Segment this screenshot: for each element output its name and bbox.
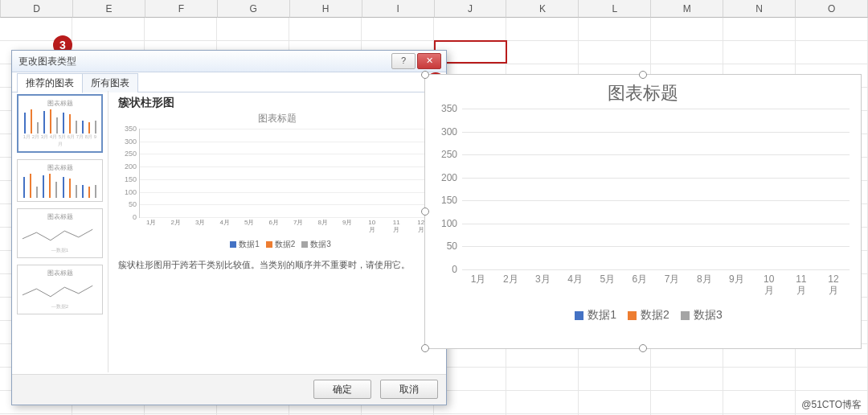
column-header-F[interactable]: F [145,0,218,18]
chart-thumb-1[interactable]: 图表标题 [17,159,103,202]
dialog-close-button[interactable]: ✕ [417,53,441,69]
embedded-chart[interactable]: 图表标题 050100150200250300350 1月2月3月4月5月6月7… [424,74,862,349]
chart-thumb-2[interactable]: 图表标题—数据1 [17,208,103,258]
column-header-L[interactable]: L [579,0,651,18]
column-header-E[interactable]: E [73,0,145,18]
resize-handle-w[interactable] [421,208,429,216]
preview-chart: 图表标题 050100150200250300350 1月2月3月4月5月6月7… [118,112,436,250]
dialog-titlebar[interactable]: 更改图表类型 ? ✕ [12,51,446,72]
column-header-row: DEFGHIJKLMNO [0,0,868,18]
chart-type-description: 簇状柱形图用于跨若干类别比较值。当类别的顺序并不重要时，请使用它。 [118,258,436,272]
chart-thumb-3[interactable]: 图表标题—数据2 [17,265,103,314]
dialog-footer: 确定 取消 [12,374,446,405]
resize-handle-n[interactable] [639,71,647,79]
column-header-J[interactable]: J [435,0,507,18]
chart-thumbnails: 图表标题1月 2月 3月 4月 5月 6月 7月 8月 9月图表标题图表标题—数… [12,91,108,372]
preview-chart-title: 图表标题 [118,112,436,125]
dialog-help-button[interactable]: ? [391,53,416,69]
preview-chart-legend: 数据1数据2数据3 [118,239,436,250]
column-header-G[interactable]: G [218,0,290,18]
column-header-K[interactable]: K [506,0,579,18]
tab-all-charts[interactable]: 所有图表 [82,73,138,92]
chart-legend[interactable]: 数据1数据2数据3 [425,308,861,323]
ok-button[interactable]: 确定 [313,380,371,399]
column-header-O[interactable]: O [796,0,868,18]
column-header-D[interactable]: D [0,0,73,18]
column-header-M[interactable]: M [651,0,723,18]
column-header-N[interactable]: N [723,0,796,18]
resize-handle-s[interactable] [639,344,647,352]
dialog-title-text: 更改图表类型 [18,55,76,67]
chart-preview-pane: 簇状柱形图 图表标题 050100150200250300350 1月2月3月4… [108,91,446,372]
resize-handle-nw[interactable] [421,71,429,79]
chart-title[interactable]: 图表标题 [425,81,861,105]
cancel-button[interactable]: 取消 [380,380,438,399]
chart-type-name: 簇状柱形图 [118,96,436,110]
resize-handle-sw[interactable] [421,344,429,352]
watermark: @51CTO博客 [801,398,862,412]
change-chart-type-dialog: 更改图表类型 ? ✕ 推荐的图表所有图表 图表标题1月 2月 3月 4月 5月 … [11,50,447,405]
dialog-tabs: 推荐的图表所有图表 [12,72,446,92]
chart-thumb-0[interactable]: 图表标题1月 2月 3月 4月 5月 6月 7月 8月 9月 [17,94,103,153]
column-header-H[interactable]: H [290,0,362,18]
column-header-I[interactable]: I [362,0,435,18]
